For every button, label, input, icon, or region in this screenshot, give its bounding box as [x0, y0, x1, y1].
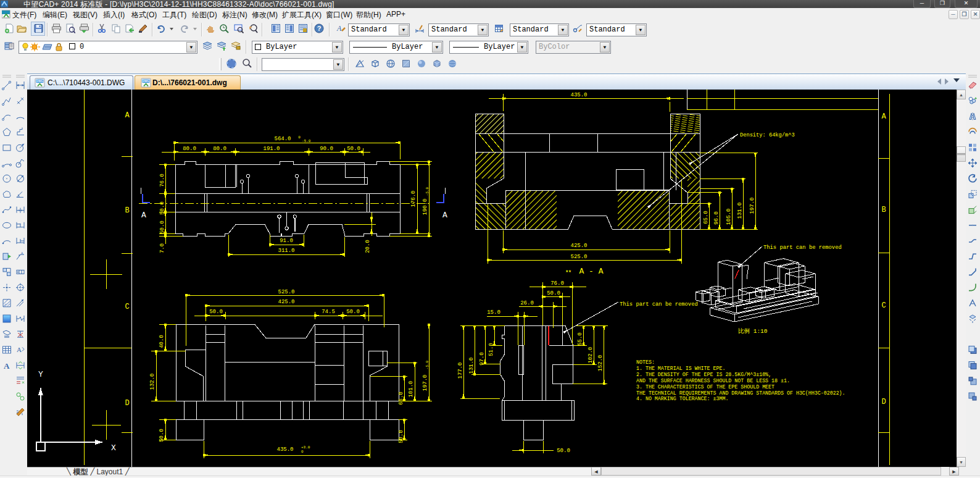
svg-text:比例 1:10: 比例 1:10 [738, 328, 768, 335]
svg-text:197.0: 197.0 [422, 374, 428, 391]
svg-text:NOTES:: NOTES: [636, 359, 655, 365]
svg-text:A: A [336, 24, 342, 33]
svg-text:40.0: 40.0 [159, 335, 165, 348]
svg-text:20.0: 20.0 [365, 240, 371, 253]
svg-text:Density: 64kg/m^3: Density: 64kg/m^3 [740, 132, 795, 138]
svg-text:1. THE MATERIAL IS WHITE EPE.: 1. THE MATERIAL IS WHITE EPE. [636, 366, 725, 371]
svg-text:80.0: 80.0 [183, 146, 196, 152]
svg-text:51.0: 51.0 [488, 343, 494, 356]
svg-text:0: 0 [298, 135, 301, 140]
svg-text:90.0: 90.0 [320, 146, 333, 152]
svg-text:A: A [4, 361, 10, 371]
svg-text:50.0: 50.0 [547, 290, 560, 296]
svg-text:B: B [881, 206, 886, 214]
svg-text:176.0: 176.0 [410, 190, 417, 207]
svg-text:132.0: 132.0 [149, 373, 156, 390]
svg-text:15.0: 15.0 [487, 309, 500, 316]
svg-text:425.0: 425.0 [278, 299, 294, 305]
svg-text:0: 0 [301, 450, 304, 454]
svg-text:435.0: 435.0 [276, 447, 293, 453]
svg-text:177.0: 177.0 [457, 362, 463, 379]
svg-text:This part can be removed: This part can be removed [620, 301, 698, 308]
svg-text:435.0: 435.0 [570, 92, 587, 98]
svg-text:191.0: 191.0 [263, 146, 280, 152]
svg-text:C: C [125, 303, 129, 311]
svg-text:AND THE SURFACE HARDNESS SHOUL: AND THE SURFACE HARDNESS SHOULD NOT BE L… [636, 378, 790, 384]
svg-text:This part can be removed: This part can be removed [763, 245, 842, 251]
svg-text:A: A [17, 346, 22, 353]
svg-text:A - A: A - A [579, 267, 603, 276]
svg-text:+3.0: +3.0 [301, 445, 310, 450]
svg-text:★★: ★★ [565, 268, 571, 274]
svg-text:50.0: 50.0 [159, 220, 165, 234]
svg-text:X: X [111, 443, 116, 453]
svg-text:7.0: 7.0 [159, 243, 165, 253]
svg-text:50.0: 50.0 [557, 448, 570, 454]
svg-text:131.0: 131.0 [468, 357, 475, 374]
svg-text:311.0: 311.0 [278, 248, 294, 254]
svg-text:?: ? [317, 25, 322, 32]
svg-text:A: A [141, 211, 146, 220]
svg-text:97.0: 97.0 [479, 352, 485, 366]
svg-text:-5.0: -5.0 [425, 360, 430, 369]
svg-text:102.0: 102.0 [588, 346, 594, 363]
svg-text:50.0: 50.0 [159, 429, 165, 442]
svg-text:525.0: 525.0 [278, 289, 294, 295]
svg-text:50.0: 50.0 [347, 146, 360, 152]
svg-text:74.5: 74.5 [322, 309, 335, 315]
svg-text:152.0: 152.0 [597, 354, 604, 371]
svg-text:50.0: 50.0 [209, 309, 223, 315]
svg-text:4. NO MARKING TOLERANCE: ±3MM.: 4. NO MARKING TOLERANCE: ±3MM. [636, 396, 728, 401]
svg-text:A: A [442, 211, 447, 220]
svg-text:C: C [881, 301, 886, 310]
svg-text:B: B [125, 206, 129, 215]
svg-text:76.0: 76.0 [159, 174, 165, 187]
svg-text:2. THE DENSITY OF THE EPE IS 2: 2. THE DENSITY OF THE EPE IS 28.5KG/M^3±… [636, 372, 771, 377]
svg-text:564.0: 564.0 [274, 136, 291, 142]
svg-text:425.0: 425.0 [570, 243, 587, 249]
svg-text:96.0: 96.0 [713, 211, 720, 225]
svg-text:-5.0: -5.0 [425, 187, 430, 196]
svg-text:A: A [125, 111, 130, 120]
svg-text:76.0: 76.0 [550, 280, 564, 287]
svg-text:66.0: 66.0 [398, 392, 404, 405]
svg-text:131.0: 131.0 [737, 202, 743, 219]
svg-text:DWG: DWG [36, 80, 43, 83]
svg-text:80.0: 80.0 [213, 146, 226, 152]
svg-text:D: D [881, 398, 886, 406]
svg-text:DWG: DWG [143, 80, 149, 83]
svg-text:D: D [125, 399, 129, 408]
svg-text:101.0: 101.0 [408, 380, 414, 397]
svg-text:91.0: 91.0 [280, 238, 293, 244]
svg-text:THE TECHNICAL REQUIREMENTS AND: THE TECHNICAL REQUIREMENTS AND DRAWING S… [636, 390, 845, 396]
svg-text:65.0: 65.0 [703, 211, 709, 224]
svg-text:-5.0: -5.0 [302, 139, 311, 143]
svg-text:50.0: 50.0 [398, 430, 404, 443]
svg-text:197.0: 197.0 [749, 197, 755, 214]
svg-text:50.0: 50.0 [346, 309, 360, 315]
svg-text:A: A [881, 112, 886, 121]
svg-text:525.0: 525.0 [570, 254, 587, 260]
svg-text:3. THE CHARACTERISTICS OF THE: 3. THE CHARACTERISTICS OF THE EPE SHOULD… [636, 384, 774, 390]
svg-text:Y: Y [38, 370, 43, 379]
svg-text:26.0: 26.0 [520, 300, 534, 306]
svg-text:190.0: 190.0 [422, 198, 428, 215]
svg-text:105.0: 105.0 [726, 208, 732, 225]
svg-text:55.0: 55.0 [577, 332, 583, 346]
